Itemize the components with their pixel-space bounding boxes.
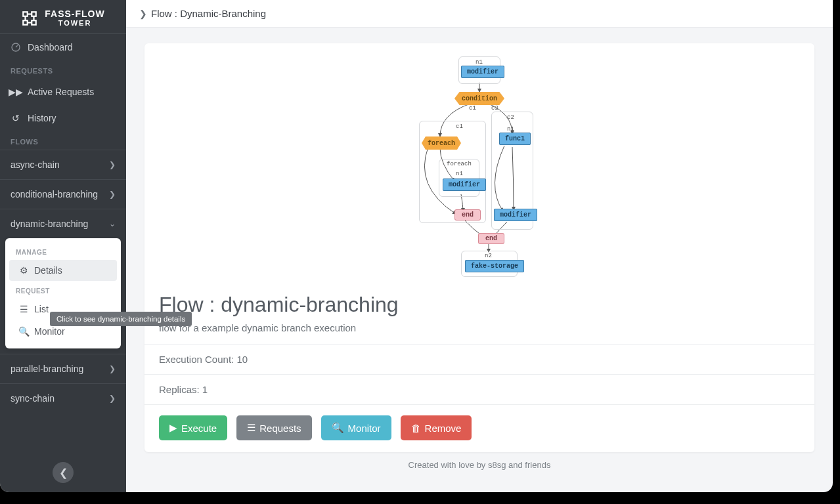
- subpanel-item-label: List: [34, 304, 49, 314]
- sidebar-item-label: Dashboard: [28, 42, 73, 52]
- sidebar-item-dashboard[interactable]: Dashboard: [0, 34, 126, 60]
- sidebar-item-active-requests[interactable]: ▶▶ Active Requests: [0, 79, 126, 105]
- breadcrumb-label: Flow : Dynamic-Branching: [151, 8, 266, 19]
- breadcrumb-bar: ❯ Flow : Dynamic-Branching: [126, 0, 833, 28]
- flow-title: Flow : dynamic-branching: [144, 290, 814, 320]
- diagram-label: c2: [491, 105, 498, 112]
- diagram-label: c1: [469, 105, 476, 112]
- gears-icon: ⚙: [18, 265, 29, 276]
- chevron-right-icon: ❯: [139, 9, 147, 19]
- execute-button[interactable]: ▶ Execute: [159, 415, 227, 440]
- sidebar-section-flows: FLOWS: [0, 131, 126, 150]
- requests-button[interactable]: ☰ Requests: [236, 415, 311, 440]
- list-icon: ☰: [18, 304, 29, 314]
- diagram-label: n2: [485, 253, 492, 259]
- diagram-label: foreach: [447, 161, 472, 167]
- brand-subtitle: TOWER: [45, 19, 104, 27]
- subpanel-item-label: Details: [34, 265, 62, 276]
- diagram-label: n1: [475, 59, 483, 66]
- diagram-label: n1: [456, 171, 463, 177]
- button-label: Requests: [259, 423, 301, 434]
- diagram-node-modifier: modifier: [461, 68, 504, 75]
- button-label: Execute: [181, 423, 217, 434]
- diagram-node-end: end: [454, 211, 481, 219]
- chevron-right-icon: ❯: [109, 160, 116, 169]
- sidebar-flow-label: sync-chain: [11, 393, 55, 404]
- flow-actions: ▶ Execute ☰ Requests 🔍 Monitor 🗑 Remove: [144, 405, 814, 452]
- diagram-node-modifier: modifier: [443, 181, 486, 188]
- sidebar: FASS-FLOW TOWER Dashboard REQUESTS ▶▶ Ac…: [0, 0, 126, 492]
- brand: FASS-FLOW TOWER: [0, 0, 126, 34]
- main: ❯ Flow : Dynamic-Branching: [126, 0, 833, 492]
- svg-rect-1: [32, 12, 37, 16]
- subpanel-section-request: REQUEST: [5, 282, 121, 297]
- sidebar-section-requests: REQUESTS: [0, 60, 126, 79]
- button-label: Monitor: [348, 423, 381, 434]
- flow-replicas: Replicas: 1: [144, 375, 814, 405]
- subpanel-section-manage: MANAGE: [5, 243, 121, 259]
- monitor-button[interactable]: 🔍 Monitor: [321, 415, 391, 440]
- collapse-sidebar-button[interactable]: ❮: [53, 462, 74, 483]
- sidebar-flow-conditional-branching[interactable]: conditional-branching ❯: [0, 179, 126, 209]
- flow-description: flow for a example dynamic branch execut…: [144, 320, 814, 345]
- diagram-node-fake-storage: fake-storage: [465, 262, 524, 270]
- sidebar-flow-label: conditional-branching: [11, 189, 98, 200]
- chevron-right-icon: ❯: [109, 364, 116, 373]
- chevron-left-icon: ❮: [59, 467, 68, 479]
- sidebar-flow-label: parallel-branching: [11, 364, 83, 374]
- chevron-right-icon: ❯: [109, 190, 116, 199]
- play-icon: ▶: [169, 422, 177, 434]
- remove-button[interactable]: 🗑 Remove: [401, 415, 472, 440]
- diagram-label: c1: [456, 123, 463, 130]
- diagram-label: c2: [507, 114, 514, 121]
- sidebar-flow-sync-chain[interactable]: sync-chain ❯: [0, 383, 126, 413]
- svg-rect-0: [24, 12, 28, 16]
- flow-diagram: n1 modifier condition c1 c2 c1 foreach f…: [144, 43, 814, 290]
- sidebar-flow-async-chain[interactable]: async-chain ❯: [0, 150, 126, 179]
- diagram-node-func1: func1: [499, 135, 531, 142]
- subpanel-item-details[interactable]: ⚙ Details: [9, 260, 117, 281]
- diagram-label: n1: [507, 126, 514, 133]
- button-label: Remove: [425, 423, 462, 434]
- footer-text: Created with love by s8sg and friends: [144, 452, 814, 479]
- chevron-right-icon: ❯: [109, 394, 116, 403]
- chevron-down-icon: ⌄: [109, 219, 116, 228]
- flow-subpanel: MANAGE ⚙ Details REQUEST ☰ List 🔍 Monito…: [5, 238, 121, 348]
- svg-rect-2: [24, 20, 28, 25]
- sidebar-flow-dynamic-branching[interactable]: dynamic-branching ⌄: [0, 209, 126, 238]
- dashboard-icon: [11, 42, 21, 52]
- sidebar-item-label: Active Requests: [28, 87, 94, 97]
- magnify-icon: 🔍: [332, 422, 344, 434]
- diagram-node-modifier: modifier: [494, 211, 537, 219]
- diagram-node-foreach: foreach: [422, 136, 461, 150]
- sidebar-flow-label: dynamic-branching: [11, 219, 88, 229]
- svg-rect-3: [32, 20, 37, 25]
- sidebar-flow-label: async-chain: [11, 159, 60, 170]
- flow-execution-count: Execution Count: 10: [144, 345, 814, 375]
- flow-card: n1 modifier condition c1 c2 c1 foreach f…: [144, 43, 814, 452]
- logo-icon: [21, 10, 38, 27]
- list-icon: ☰: [247, 422, 255, 434]
- tooltip: Click to see dynamic-branching details: [50, 312, 192, 326]
- brand-title: FASS-FLOW: [45, 9, 104, 19]
- magnify-icon: 🔍: [18, 326, 29, 337]
- sidebar-item-history[interactable]: ↺ History: [0, 105, 126, 131]
- subpanel-item-label: Monitor: [34, 326, 65, 337]
- sidebar-item-label: History: [28, 113, 56, 123]
- diagram-node-end: end: [478, 235, 504, 242]
- trash-icon: 🗑: [411, 423, 421, 434]
- forward-icon: ▶▶: [11, 87, 21, 97]
- sidebar-flow-parallel-branching[interactable]: parallel-branching ❯: [0, 354, 126, 383]
- diagram-node-condition: condition: [454, 92, 504, 105]
- history-icon: ↺: [11, 113, 21, 123]
